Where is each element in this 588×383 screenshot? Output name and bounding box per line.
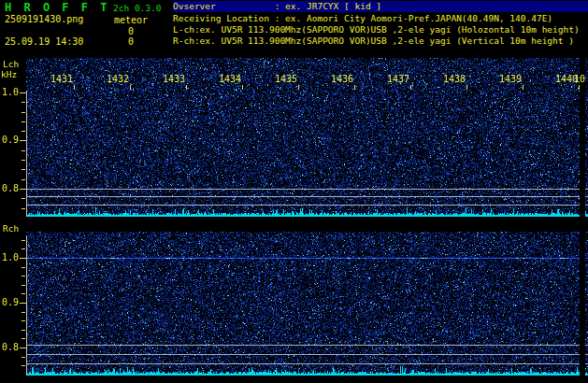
- freq-axis-minor-tick: [22, 179, 25, 180]
- freq-axis-minor-tick: [22, 150, 25, 151]
- freq-axis-label: 0.8: [0, 183, 19, 193]
- freq-axis-minor-tick: [22, 160, 25, 161]
- time-axis-tick: [579, 85, 580, 90]
- freq-axis-minor-tick: [22, 276, 25, 277]
- meteor-count-top: 0: [113, 26, 149, 36]
- freq-axis-minor-tick: [22, 320, 25, 321]
- freq-axis-label: 0.9: [0, 135, 19, 145]
- rch-spectrogram: [26, 232, 588, 376]
- time-axis-tick: [74, 85, 75, 90]
- freq-axis-major-tick: [20, 348, 26, 348]
- time-axis-label: 1431: [48, 74, 76, 84]
- freq-axis-minor-tick: [22, 248, 25, 249]
- freq-unit-label: kHz: [1, 69, 17, 79]
- app-version: 2ch 0.3.0: [113, 3, 161, 13]
- freq-axis-minor-tick: [22, 169, 25, 170]
- time-axis-tick: [466, 85, 467, 90]
- time-axis-label-clipped: 10: [574, 74, 588, 84]
- observation-info: Ovserver : ex. JR7CYX [ kid ] Receiving …: [173, 0, 588, 49]
- freq-axis-major-tick: [20, 92, 26, 93]
- freq-axis-minor-tick: [22, 293, 25, 294]
- freq-axis-major-tick: [20, 140, 26, 141]
- time-axis-tick: [130, 85, 131, 90]
- freq-axis-label: 1.0: [0, 252, 19, 262]
- freq-axis-minor-tick: [22, 240, 25, 241]
- lch-axis-line: [26, 91, 27, 217]
- datetime-label: 25.09.19 14:30: [5, 36, 83, 47]
- freq-axis-minor-tick: [22, 208, 25, 209]
- freq-axis-major-tick: [20, 303, 26, 304]
- time-axis-tick: [410, 85, 411, 90]
- freq-axis-minor-tick: [22, 330, 25, 331]
- freq-axis-minor-tick: [22, 365, 25, 366]
- freq-axis-minor-tick: [22, 102, 25, 103]
- rch-config-line: R-ch:ex. UV5R 113.900Mhz(SAPPORO VOR)USB…: [173, 35, 588, 47]
- meteor-count-bottom: 0: [113, 36, 149, 47]
- time-axis-label: 1437: [384, 74, 412, 84]
- time-axis-label: 1435: [272, 74, 300, 84]
- freq-axis-major-tick: [20, 258, 26, 259]
- lch-config-line: L-ch:ex. UV5R 113.900Mhz(SAPPORO VOR)USB…: [173, 24, 588, 35]
- freq-axis-minor-tick: [22, 112, 25, 113]
- freq-axis-major-tick: [20, 189, 26, 190]
- time-axis-label: 1432: [104, 74, 132, 84]
- time-axis-label: 1434: [216, 74, 244, 84]
- time-axis-tick: [298, 85, 299, 90]
- freq-axis-minor-tick: [22, 338, 25, 339]
- observer-line: Ovserver : ex. JR7CYX [ kid ]: [173, 1, 588, 12]
- mode-label: meteor: [113, 15, 149, 25]
- time-axis-tick: [186, 85, 187, 90]
- freq-axis-label: 0.8: [0, 342, 19, 352]
- output-filename: 2509191430.png: [5, 14, 83, 24]
- freq-axis-minor-tick: [22, 121, 25, 122]
- rch-panel-label: Rch: [3, 223, 19, 234]
- receiving-location-line: Receiving Location : ex. Aomori City Aom…: [173, 13, 588, 24]
- freq-axis-minor-tick: [22, 357, 25, 358]
- time-axis-label: 1436: [328, 74, 356, 84]
- time-axis-label: 1438: [440, 74, 468, 84]
- time-axis-label: 1433: [160, 74, 188, 84]
- freq-axis-minor-tick: [22, 198, 25, 199]
- rch-axis-line: [26, 235, 27, 376]
- freq-axis-minor-tick: [22, 312, 25, 313]
- time-axis-label: 1439: [496, 74, 524, 84]
- freq-axis-minor-tick: [22, 267, 25, 268]
- freq-axis-label: 1.0: [0, 87, 19, 97]
- freq-axis-label: 0.9: [0, 297, 19, 307]
- freq-axis-minor-tick: [22, 285, 25, 286]
- freq-axis-minor-tick: [22, 131, 25, 132]
- time-axis-tick: [354, 85, 355, 90]
- app-title: H R O F F T: [5, 1, 109, 14]
- time-axis-tick: [242, 85, 243, 90]
- time-axis-tick: [523, 85, 523, 90]
- lch-panel-label: Lch: [3, 59, 19, 69]
